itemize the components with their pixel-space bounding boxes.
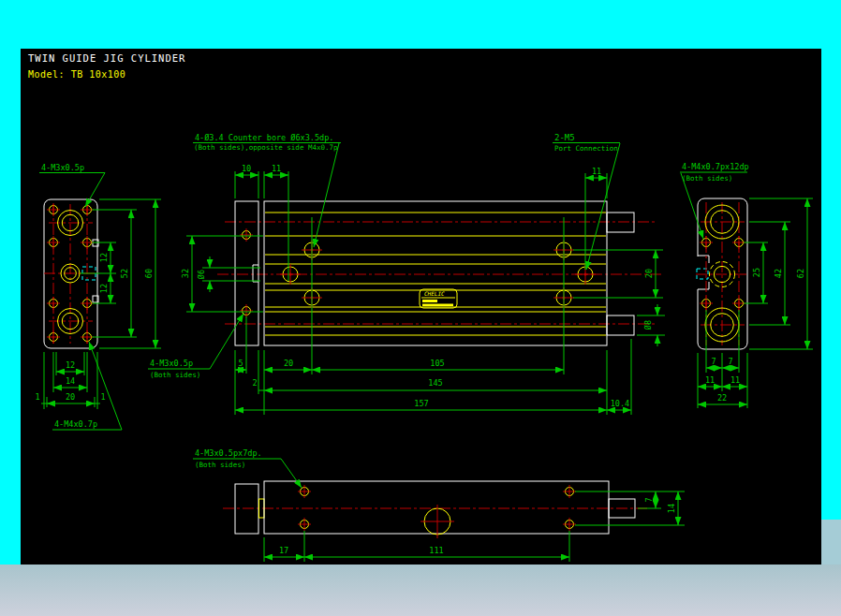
dim-front-d8: Ø8 <box>643 320 653 330</box>
dim-front-r20: 20 <box>644 269 654 278</box>
dim-left-12-upper: 12 <box>99 253 109 262</box>
dim-front-10: 10 <box>242 164 251 173</box>
dim-left-b20: 20 <box>66 392 75 402</box>
label-counter-bore-1: 4-Ø3.4 Counter bore Ø6x3.5dp. <box>195 133 333 142</box>
dim-bottom-111: 111 <box>429 546 443 555</box>
label-right-thread-2: (Both sides) <box>682 174 732 183</box>
label-right-thread-1: 4-M4x0.7px12dp <box>682 162 749 171</box>
dim-front-104: 10.4 <box>611 399 629 408</box>
label-mid-thread-1: 4-M3x0.5p <box>150 359 193 368</box>
dim-left-b14: 14 <box>66 376 75 386</box>
label-bottom-thread-2: (Both sides) <box>195 461 245 469</box>
dim-bottom-14: 14 <box>667 504 676 513</box>
nameplate-brand: CHELIC <box>424 290 445 297</box>
dim-left-12-lower: 12 <box>99 284 109 293</box>
dim-front-11: 11 <box>272 164 281 173</box>
dim-right-22: 22 <box>717 393 727 403</box>
dim-bottom-17: 17 <box>279 546 288 555</box>
dim-front-d6: Ø6 <box>197 270 206 279</box>
dim-right-62: 62 <box>796 269 805 278</box>
dim-right-25: 25 <box>752 268 761 277</box>
desktop-strip-bottom <box>0 565 841 616</box>
dim-bottom-7: 7 <box>644 497 654 502</box>
label-left-top-thread: 4-M3x0.5p <box>41 163 84 172</box>
dim-front-20: 20 <box>284 359 293 368</box>
dim-front-2: 2 <box>252 378 257 388</box>
label-port-1: 2-M5 <box>554 133 575 142</box>
dim-right-7b: 7 <box>728 357 732 366</box>
dim-left-60: 60 <box>144 269 154 278</box>
dim-left-edge1: 1 <box>35 392 39 402</box>
dim-front-105: 105 <box>430 359 444 368</box>
dim-front-32: 32 <box>181 269 190 278</box>
cad-canvas[interactable]: TWIN GUIDE JIG CYLINDER Model: TB 10x100… <box>0 0 841 616</box>
dim-left-b12: 12 <box>66 360 75 370</box>
dim-front-port11: 11 <box>592 167 601 176</box>
label-mid-thread-2: (Both sides) <box>150 371 200 379</box>
label-port-2: Port Connection <box>554 144 618 153</box>
dim-left-52: 52 <box>120 269 129 278</box>
label-counter-bore-2: (Both sides),opposite side M4x0.7p <box>194 143 338 152</box>
dim-front-145: 145 <box>428 378 442 388</box>
label-left-bottom-thread: 4-M4x0.7p <box>54 419 97 429</box>
dim-left-edge2: 1 <box>100 392 105 402</box>
dim-front-157: 157 <box>414 399 428 408</box>
label-bottom-thread-1: 4-M3x0.5px7dp. <box>195 448 262 458</box>
dim-right-7a: 7 <box>711 357 716 366</box>
drawing-title: TWIN GUIDE JIG CYLINDER <box>28 52 185 64</box>
dim-front-5: 5 <box>238 359 243 368</box>
dim-right-11b: 11 <box>730 375 740 385</box>
cad-application-window: TWIN GUIDE JIG CYLINDER Model: TB 10x100… <box>0 0 841 616</box>
drawing-model: Model: TB 10x100 <box>28 69 125 80</box>
dim-right-42: 42 <box>774 269 783 278</box>
desktop-strip-right <box>821 520 841 565</box>
dim-right-11a: 11 <box>705 375 715 385</box>
